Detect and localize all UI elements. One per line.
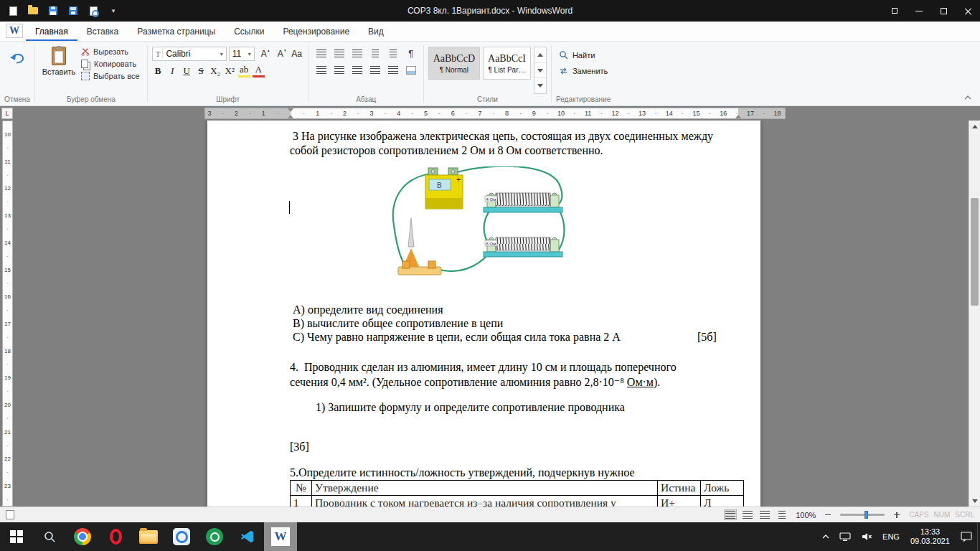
tab-page-layout[interactable]: Разметка страницы <box>128 22 225 41</box>
font-family-select[interactable]: Calibri <box>152 47 227 61</box>
quick-access-dropdown[interactable]: ▾ <box>105 2 122 19</box>
score-5[interactable]: [5б] <box>697 330 717 344</box>
paragraph4-line2[interactable]: сечения 0,4 мм². (Удельное сопротивление… <box>290 375 660 390</box>
vertical-ruler[interactable]: 1011121314151617181920212223············… <box>0 121 16 507</box>
styles-scroll-up[interactable] <box>534 47 546 63</box>
justify-button[interactable] <box>367 63 383 77</box>
view-print-layout-button[interactable] <box>724 509 737 520</box>
strikethrough-button[interactable]: S <box>195 64 207 77</box>
tray-expand-button[interactable] <box>817 522 834 551</box>
network-tray-button[interactable] <box>834 522 856 551</box>
shrink-font-button[interactable]: A <box>273 47 288 61</box>
score-3[interactable]: [3б] <box>290 440 309 454</box>
green-app-button[interactable] <box>198 522 231 551</box>
subscript-button[interactable]: X₂ <box>209 64 222 77</box>
table-header[interactable]: Истина <box>658 481 701 496</box>
save-button[interactable] <box>44 2 62 19</box>
styles-scroll-down[interactable] <box>534 63 546 79</box>
zoom-in-button[interactable] <box>892 510 902 520</box>
zoom-slider-thumb[interactable] <box>864 511 868 519</box>
align-center-button[interactable] <box>331 63 347 77</box>
chrome-taskbar-button[interactable] <box>66 522 99 551</box>
table-header[interactable]: № <box>291 481 312 496</box>
font-size-select[interactable]: 11 <box>229 47 255 61</box>
paragraph4-sub[interactable]: 1) Запишите формулу и определите сопроти… <box>316 400 625 415</box>
open-button[interactable] <box>24 2 42 19</box>
vertical-scrollbar[interactable] <box>969 121 980 507</box>
scroll-up-button[interactable] <box>969 121 980 132</box>
highlight-button[interactable]: ab <box>238 64 250 77</box>
bold-button[interactable]: B <box>152 64 164 77</box>
first-line-indent-marker[interactable] <box>288 108 293 112</box>
save-all-button[interactable] <box>65 2 82 19</box>
view-fullscreen-button[interactable] <box>741 509 754 520</box>
collapse-ribbon-button[interactable] <box>961 93 974 103</box>
app-logo[interactable]: W <box>6 24 23 38</box>
close-button[interactable] <box>956 0 980 22</box>
increase-indent-button[interactable] <box>385 47 401 60</box>
table-cell[interactable]: Л <box>701 496 744 507</box>
table-header[interactable]: Ложь <box>701 481 744 496</box>
bullet-list-button[interactable] <box>314 47 329 60</box>
tab-selector[interactable]: L <box>1 108 13 119</box>
find-button[interactable]: Найти <box>556 49 598 61</box>
clock[interactable]: 13:33 09.03.2021 <box>905 522 956 551</box>
view-draft-button[interactable] <box>776 509 788 520</box>
opera-taskbar-button[interactable] <box>99 522 132 551</box>
view-web-layout-button[interactable] <box>758 509 771 520</box>
change-case-button[interactable]: Aa <box>290 47 304 61</box>
item-b[interactable]: В) вычислите общее сопротивление в цепи <box>290 316 503 331</box>
grow-font-button[interactable]: A <box>257 47 271 61</box>
status-page-icon[interactable] <box>6 510 14 519</box>
multilevel-list-button[interactable] <box>349 47 365 60</box>
taskbar-search-button[interactable] <box>33 522 66 551</box>
numbered-list-button[interactable] <box>331 47 347 60</box>
cut-button[interactable]: Вырезать <box>78 47 143 57</box>
circuit-image[interactable]: В + 4 Ом 6 Ом <box>387 166 567 281</box>
line-spacing-button[interactable] <box>385 63 401 77</box>
zoom-slider[interactable] <box>840 514 885 516</box>
paragraph5[interactable]: 5.Определите истинность/ложность утвержд… <box>290 466 635 480</box>
table-cell[interactable]: И+ <box>658 496 701 507</box>
windowsword-taskbar-button[interactable]: W <box>264 522 297 551</box>
language-indicator[interactable]: ENG <box>877 522 905 551</box>
underline-button[interactable]: U <box>181 64 193 77</box>
new-document-button[interactable] <box>4 2 22 19</box>
replace-button[interactable]: Заменить <box>556 65 611 77</box>
styles-more-button[interactable] <box>534 78 546 93</box>
show-formatting-button[interactable]: ¶ <box>403 47 419 60</box>
tab-home[interactable]: Главная <box>26 22 77 41</box>
tab-references[interactable]: Ссылки <box>225 22 273 41</box>
ruler-h-strip[interactable]: 123123456789101112131415161718··········… <box>204 108 786 119</box>
start-button[interactable] <box>0 522 33 551</box>
paste-button[interactable]: Вставить <box>39 44 78 76</box>
decrease-indent-button[interactable] <box>367 47 383 60</box>
item-a[interactable]: А) определите вид соединения <box>290 303 443 317</box>
shading-button[interactable] <box>403 63 419 77</box>
action-center-button[interactable] <box>956 522 977 551</box>
show-desktop-strip[interactable] <box>977 522 980 551</box>
zoom-out-button[interactable] <box>823 510 833 520</box>
vscode-taskbar-button[interactable] <box>231 522 264 551</box>
copy-button[interactable]: Копировать <box>78 59 143 69</box>
print-preview-button[interactable] <box>85 2 102 19</box>
undo-button[interactable] <box>4 47 30 69</box>
tab-insert[interactable]: Вставка <box>77 22 128 41</box>
italic-button[interactable]: I <box>166 64 179 77</box>
file-explorer-button[interactable] <box>132 522 165 551</box>
align-right-button[interactable] <box>349 63 365 77</box>
volume-tray-button[interactable] <box>856 522 877 551</box>
superscript-button[interactable]: X² <box>224 64 236 77</box>
camera-app-button[interactable] <box>165 522 198 551</box>
align-left-button[interactable] <box>314 63 329 77</box>
item-c[interactable]: С) Чему равно напряжение в цепи, если об… <box>290 330 621 344</box>
table-header[interactable]: Утверждение <box>312 481 658 496</box>
left-indent-marker[interactable] <box>288 115 293 118</box>
table-cell[interactable]: 1 <box>291 496 312 507</box>
scroll-down-button[interactable] <box>969 495 980 507</box>
paragraph3-line2[interactable]: собой резисторов сопротивлением 2 Ом и 8… <box>290 143 603 158</box>
zoom-level[interactable]: 100% <box>796 511 816 519</box>
style-list-paragraph[interactable]: AaBbCcI ¶ List Par… <box>483 47 531 80</box>
scrollbar-thumb[interactable] <box>971 198 979 306</box>
maximize-button[interactable] <box>931 0 956 22</box>
